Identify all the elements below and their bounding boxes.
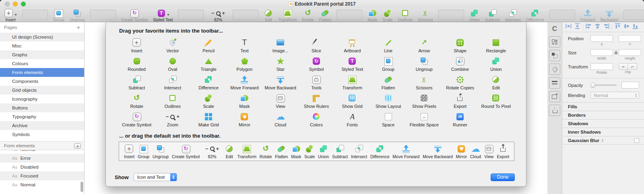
- palette-item-make-grid[interactable]: Make Grid: [191, 111, 227, 129]
- done-button[interactable]: Done: [491, 173, 515, 181]
- sidebar-item-symbols[interactable]: Symbols: [0, 130, 84, 139]
- palette-item-ungroup[interactable]: Ungroup: [406, 55, 442, 74]
- palette-item-polygon[interactable]: Polygon: [227, 55, 262, 74]
- flip-vertical-button[interactable]: ▴▾: [628, 63, 637, 70]
- toolbar-item-create-symbol[interactable]: Create Symbol: [121, 9, 148, 22]
- position-x-input[interactable]: [590, 35, 613, 42]
- rotate-input[interactable]: [590, 63, 613, 70]
- palette-item-scissors[interactable]: Scissors: [406, 74, 442, 92]
- distribute-horizontal-icon[interactable]: [565, 23, 572, 31]
- toolbar-item-82[interactable]: −+82%: [209, 9, 227, 22]
- toolbar-item-mask[interactable]: Mask: [367, 9, 377, 22]
- palette-item-view[interactable]: View: [262, 92, 298, 111]
- palette-item-runner[interactable]: Runner: [442, 111, 478, 129]
- palette-item-create-symbol[interactable]: Create Symbol: [119, 111, 155, 129]
- align-center-horizontal-icon[interactable]: [594, 23, 601, 31]
- default-set-item-move-backward[interactable]: Move Backward: [423, 144, 453, 159]
- toolbar-item-union[interactable]: Union: [469, 9, 480, 22]
- default-set-item-difference[interactable]: Difference: [370, 144, 390, 159]
- plugin-logo-icon[interactable]: C: [549, 24, 560, 34]
- toolbar-item-ungroup[interactable]: Ungroup: [70, 9, 85, 22]
- palette-item-scale[interactable]: Scale: [191, 92, 227, 111]
- palette-item-move-backward[interactable]: Move Backward: [262, 74, 298, 92]
- align-left-icon[interactable]: [585, 23, 592, 31]
- palette-item-subtract[interactable]: Subtract: [119, 74, 155, 92]
- toolbar-item-forward[interactable]: Forward: [580, 9, 595, 22]
- section-checkbox[interactable]: [634, 138, 639, 143]
- sidebar-item-iconography[interactable]: Iconography: [0, 95, 84, 103]
- palette-item-show-grid[interactable]: Show Grid: [334, 92, 370, 111]
- toolbar-item-scale[interactable]: Scale: [382, 9, 392, 22]
- plugin-button-menu-card[interactable]: [549, 36, 560, 47]
- default-set-item-82[interactable]: −+82%: [203, 144, 221, 159]
- default-set-item-ungroup[interactable]: Ungroup: [153, 144, 169, 159]
- palette-item-text[interactable]: Text: [227, 37, 262, 55]
- toolbar-item-styled-text[interactable]: Styled Text: [153, 9, 173, 22]
- palette-item-rotate-copies[interactable]: Rotate Copies: [442, 74, 478, 92]
- palette-item-line[interactable]: Line: [370, 37, 406, 55]
- palette-item-oval[interactable]: Oval: [155, 55, 190, 74]
- sidebar-item-misc[interactable]: Misc: [0, 41, 84, 50]
- default-set-item-subtract[interactable]: Subtract: [332, 144, 348, 159]
- toolbar-item-subtract[interactable]: Subtract: [485, 9, 500, 22]
- palette-item-flatten[interactable]: Flatten: [370, 74, 406, 92]
- sidebar-item-components[interactable]: Components: [0, 77, 84, 86]
- palette-item-show-pixels[interactable]: Show Pixels: [406, 92, 442, 111]
- default-set-item-group[interactable]: Group: [138, 144, 149, 159]
- layer-item-focused[interactable]: AaFocused: [0, 171, 84, 180]
- toolbar-item-rotate[interactable]: Rotate: [302, 9, 314, 22]
- opacity-slider-knob[interactable]: [590, 83, 595, 87]
- palette-item-difference[interactable]: Difference: [191, 74, 227, 92]
- palette-item-styled-text[interactable]: Styled Text: [334, 55, 370, 74]
- section-shadows[interactable]: Shadows: [562, 119, 644, 128]
- close-window-button[interactable]: [5, 2, 10, 6]
- palette-item-arrow[interactable]: Arrow: [406, 37, 442, 55]
- default-toolbar-set[interactable]: InsertGroupUngroupCreate Symbol−+82%Edit…: [119, 142, 514, 161]
- sidebar-item-colours[interactable]: Colours: [0, 59, 84, 68]
- palette-item-show-rulers[interactable]: Show Rulers: [298, 92, 334, 111]
- toolbar-item-scissors[interactable]: Scissors: [418, 9, 433, 22]
- opacity-slider[interactable]: [590, 85, 617, 86]
- position-y-input[interactable]: [619, 35, 641, 42]
- default-set-item-view[interactable]: View: [484, 144, 494, 159]
- default-set-item-edit[interactable]: Edit: [225, 144, 234, 159]
- sidebar-item-ui-design-screens[interactable]: UI design (Screens): [0, 33, 84, 41]
- default-set-item-cloud[interactable]: Cloud: [470, 144, 481, 159]
- layer-item-normal[interactable]: AaNormal: [0, 150, 84, 154]
- palette-item-intersect[interactable]: Intersect: [155, 74, 190, 92]
- section-fills[interactable]: Fills: [562, 102, 644, 111]
- sidebar-item-form-elements[interactable]: Form elements: [0, 68, 84, 77]
- palette-item-rectangle[interactable]: Rectangle: [478, 37, 514, 55]
- section-gaussian-blur[interactable]: Gaussian Blur: [562, 136, 644, 144]
- toolbar-item-transform[interactable]: Transform: [279, 9, 297, 22]
- sidebar-item-typography[interactable]: Typography: [0, 112, 84, 121]
- default-set-item-create-symbol[interactable]: Create Symbol: [172, 144, 200, 159]
- distribute-vertical-icon[interactable]: [574, 23, 581, 31]
- palette-item-tools[interactable]: Tools: [298, 74, 334, 92]
- plugin-button-selection[interactable]: [549, 50, 560, 61]
- palette-item-round-to-pixel[interactable]: Round To Pixel: [478, 92, 514, 111]
- default-set-item-export[interactable]: Export: [497, 144, 509, 159]
- palette-item-show-layout[interactable]: Show Layout: [370, 92, 406, 111]
- default-set-item-move-forward[interactable]: Move Forward: [392, 144, 419, 159]
- sidebar-item-buttons[interactable]: Buttons: [0, 103, 84, 112]
- size-height-input[interactable]: [619, 49, 641, 56]
- show-mode-select[interactable]: Icon and Text: [134, 173, 177, 181]
- palette-item-vector[interactable]: Vector: [155, 37, 190, 55]
- palette-item-fonts[interactable]: Fonts: [334, 111, 370, 129]
- palette-item-move-forward[interactable]: Move Forward: [227, 74, 262, 92]
- section-borders[interactable]: Borders: [562, 111, 644, 119]
- default-set-item-transform[interactable]: Transform: [237, 144, 256, 159]
- default-set-item-mask[interactable]: Mask: [291, 144, 301, 159]
- add-page-button[interactable]: +: [76, 25, 80, 30]
- palette-item-mirror[interactable]: Mirror: [227, 111, 262, 129]
- align-right-icon[interactable]: [603, 23, 610, 31]
- layer-item-error[interactable]: AaError: [0, 154, 84, 163]
- palette-item-image[interactable]: Image...: [262, 37, 298, 55]
- palette-item-outlines[interactable]: Outlines: [155, 92, 190, 111]
- palette-item-edit[interactable]: Edit: [478, 74, 514, 92]
- toolbar-item-intersect[interactable]: Intersect: [505, 9, 520, 22]
- palette-item-star[interactable]: Star: [262, 55, 298, 74]
- align-top-icon[interactable]: [614, 23, 621, 31]
- default-set-item-mirror[interactable]: Mirror: [456, 144, 467, 159]
